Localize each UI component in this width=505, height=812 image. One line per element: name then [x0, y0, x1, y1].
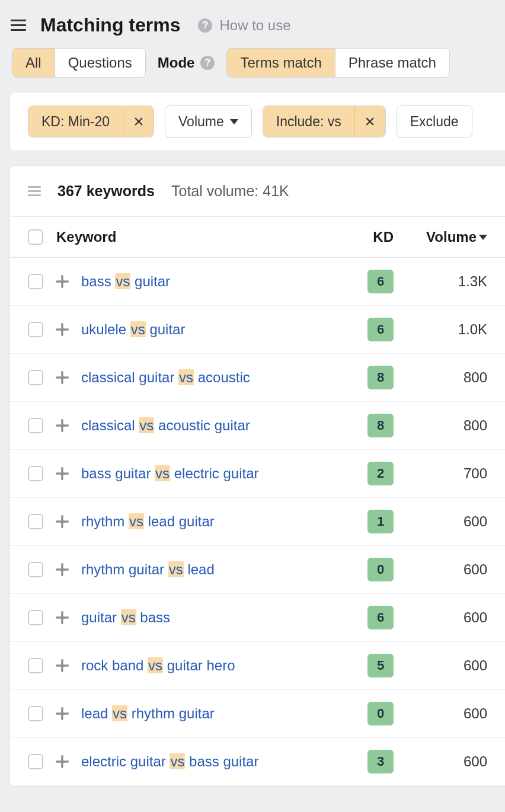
help-icon[interactable]: ?: [198, 18, 212, 33]
row-checkbox[interactable]: [28, 274, 43, 289]
volume-cell: 600: [404, 753, 487, 770]
table-row: rhythm guitar vs lead0600: [10, 546, 505, 594]
keyword-link[interactable]: bass guitar vs electric guitar: [81, 465, 335, 482]
highlight-token: vs: [170, 753, 185, 769]
keyword-link[interactable]: ukulele vs guitar: [81, 321, 335, 338]
volume-filter-chip[interactable]: Volume: [165, 106, 252, 138]
highlight-token: vs: [112, 705, 127, 721]
row-checkbox[interactable]: [28, 418, 43, 433]
sort-desc-icon: [479, 235, 487, 240]
filters-panel: KD: Min-20 Volume Include: vs Exclude: [9, 92, 505, 151]
add-icon[interactable]: [54, 609, 71, 626]
include-filter-remove[interactable]: [354, 106, 385, 137]
volume-cell: 700: [404, 465, 487, 482]
table-header: Keyword KD Volume: [10, 217, 505, 258]
keyword-link[interactable]: electric guitar vs bass guitar: [81, 753, 335, 770]
row-checkbox[interactable]: [28, 370, 43, 385]
include-filter-chip[interactable]: Include: vs: [263, 106, 386, 138]
add-icon[interactable]: [54, 657, 71, 674]
kd-cell: 6: [346, 270, 394, 293]
add-icon[interactable]: [54, 705, 71, 722]
kd-badge: 1: [367, 510, 394, 533]
kd-cell: 8: [346, 414, 394, 437]
table-row: lead vs rhythm guitar0600: [10, 690, 505, 738]
exclude-filter-chip[interactable]: Exclude: [397, 106, 472, 138]
add-icon[interactable]: [54, 369, 71, 386]
total-volume: Total volume: 41K: [171, 183, 289, 200]
volume-cell: 1.0K: [404, 321, 487, 338]
highlight-token: vs: [155, 465, 170, 481]
row-checkbox[interactable]: [28, 706, 43, 721]
phrase-match-button[interactable]: Phrase match: [335, 49, 449, 77]
help-group: ? How to use: [198, 17, 290, 34]
summary-row: 367 keywords Total volume: 41K: [10, 166, 505, 217]
table-row: guitar vs bass6600: [10, 594, 505, 642]
volume-cell: 600: [404, 561, 487, 578]
close-icon: [133, 116, 144, 127]
row-checkbox[interactable]: [28, 514, 43, 529]
kd-cell: 6: [346, 606, 394, 629]
highlight-token: vs: [178, 369, 194, 385]
kd-badge: 5: [367, 654, 394, 677]
column-header-keyword[interactable]: Keyword: [56, 229, 335, 245]
results-panel: 367 keywords Total volume: 41K Keyword K…: [9, 165, 505, 787]
kd-cell: 1: [346, 510, 394, 533]
keyword-link[interactable]: rhythm vs lead guitar: [81, 513, 335, 530]
menu-icon[interactable]: [11, 20, 26, 31]
add-icon[interactable]: [54, 561, 71, 578]
add-icon[interactable]: [54, 753, 71, 770]
kd-filter-chip[interactable]: KD: Min-20: [28, 106, 154, 138]
keyword-link[interactable]: rhythm guitar vs lead: [81, 561, 335, 578]
kd-cell: 3: [346, 750, 394, 773]
include-filter-label: Include: vs: [263, 106, 354, 137]
add-icon[interactable]: [54, 417, 71, 434]
keyword-link[interactable]: classical vs acoustic guitar: [81, 417, 335, 434]
mode-help-icon[interactable]: ?: [200, 56, 215, 70]
header: Matching terms ? How to use: [0, 0, 505, 48]
add-icon[interactable]: [54, 465, 71, 482]
row-checkbox[interactable]: [28, 754, 43, 769]
add-icon[interactable]: [54, 273, 71, 290]
kd-badge: 6: [367, 270, 394, 293]
keyword-link[interactable]: classical guitar vs acoustic: [81, 369, 335, 386]
kd-badge: 3: [367, 750, 394, 773]
select-all-checkbox[interactable]: [28, 229, 43, 245]
kd-filter-label: KD: Min-20: [28, 106, 123, 137]
highlight-token: vs: [129, 513, 144, 529]
row-checkbox[interactable]: [28, 322, 43, 337]
volume-filter-label: Volume: [165, 106, 251, 137]
kd-filter-remove[interactable]: [123, 106, 154, 137]
row-checkbox[interactable]: [28, 562, 43, 577]
table-row: rhythm vs lead guitar1600: [10, 498, 505, 546]
kd-badge: 6: [367, 606, 394, 629]
volume-cell: 600: [404, 609, 487, 626]
scope-questions-button[interactable]: Questions: [55, 49, 145, 77]
column-settings-icon[interactable]: [28, 186, 41, 196]
row-checkbox[interactable]: [28, 610, 43, 625]
terms-match-button[interactable]: Terms match: [227, 49, 335, 77]
scope-all-button[interactable]: All: [12, 49, 55, 77]
how-to-use-link[interactable]: How to use: [219, 17, 290, 34]
mode-label: Mode: [158, 55, 195, 71]
keyword-link[interactable]: lead vs rhythm guitar: [81, 705, 335, 722]
volume-cell: 600: [404, 705, 487, 722]
keyword-link[interactable]: guitar vs bass: [81, 609, 335, 626]
row-checkbox[interactable]: [28, 658, 43, 673]
table-row: rock band vs guitar hero5600: [10, 642, 505, 690]
volume-cell: 1.3K: [404, 273, 487, 290]
keyword-link[interactable]: rock band vs guitar hero: [81, 657, 335, 674]
mode-bar: All Questions Mode ? Terms match Phrase …: [0, 48, 505, 92]
kd-cell: 0: [346, 558, 394, 581]
row-checkbox[interactable]: [28, 466, 43, 481]
column-header-volume[interactable]: Volume: [404, 229, 487, 245]
page-title: Matching terms: [40, 14, 180, 36]
scope-toggle: All Questions: [12, 48, 146, 78]
keyword-link[interactable]: bass vs guitar: [81, 273, 335, 290]
kd-badge: 6: [367, 318, 394, 341]
highlight-token: vs: [139, 417, 154, 433]
kd-badge: 8: [367, 414, 394, 437]
add-icon[interactable]: [54, 513, 71, 530]
close-icon: [365, 116, 375, 127]
add-icon[interactable]: [54, 321, 71, 338]
column-header-kd[interactable]: KD: [346, 229, 394, 245]
